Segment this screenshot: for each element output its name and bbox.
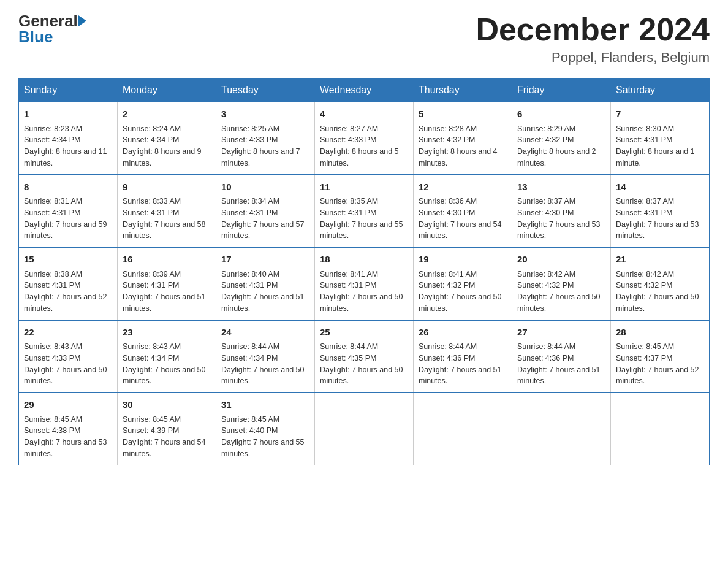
- day-number: 2: [123, 107, 211, 121]
- day-info: Sunrise: 8:34 AMSunset: 4:31 PMDaylight:…: [221, 196, 309, 242]
- calendar-week-2: 8Sunrise: 8:31 AMSunset: 4:31 PMDaylight…: [19, 175, 710, 248]
- calendar-cell: 20Sunrise: 8:42 AMSunset: 4:32 PMDayligh…: [512, 247, 611, 320]
- day-info: Sunrise: 8:43 AMSunset: 4:34 PMDaylight:…: [123, 341, 211, 387]
- title-area: December 2024 Poppel, Flanders, Belgium: [476, 12, 710, 66]
- day-info: Sunrise: 8:35 AMSunset: 4:31 PMDaylight:…: [320, 196, 408, 242]
- day-info: Sunrise: 8:45 AMSunset: 4:37 PMDaylight:…: [616, 341, 704, 387]
- day-number: 26: [419, 326, 507, 340]
- calendar-cell: 7Sunrise: 8:30 AMSunset: 4:31 PMDaylight…: [611, 102, 710, 175]
- calendar-cell: 27Sunrise: 8:44 AMSunset: 4:36 PMDayligh…: [512, 320, 611, 393]
- calendar-cell: 4Sunrise: 8:27 AMSunset: 4:33 PMDaylight…: [315, 102, 414, 175]
- header-row: Sunday Monday Tuesday Wednesday Thursday…: [19, 79, 710, 102]
- day-number: 7: [616, 107, 704, 121]
- day-number: 3: [221, 107, 309, 121]
- calendar-cell: 3Sunrise: 8:25 AMSunset: 4:33 PMDaylight…: [216, 102, 315, 175]
- calendar-week-3: 15Sunrise: 8:38 AMSunset: 4:31 PMDayligh…: [19, 247, 710, 320]
- day-info: Sunrise: 8:42 AMSunset: 4:32 PMDaylight:…: [616, 269, 704, 315]
- day-number: 9: [123, 180, 211, 194]
- day-number: 10: [221, 180, 309, 194]
- day-number: 4: [320, 107, 408, 121]
- day-info: Sunrise: 8:42 AMSunset: 4:32 PMDaylight:…: [517, 269, 605, 315]
- day-info: Sunrise: 8:45 AMSunset: 4:39 PMDaylight:…: [123, 414, 211, 460]
- calendar-cell: 10Sunrise: 8:34 AMSunset: 4:31 PMDayligh…: [216, 175, 315, 248]
- day-number: 24: [221, 326, 309, 340]
- calendar-week-5: 29Sunrise: 8:45 AMSunset: 4:38 PMDayligh…: [19, 393, 710, 465]
- location-subtitle: Poppel, Flanders, Belgium: [476, 50, 710, 66]
- calendar-cell: 2Sunrise: 8:24 AMSunset: 4:34 PMDaylight…: [118, 102, 216, 175]
- day-info: Sunrise: 8:41 AMSunset: 4:31 PMDaylight:…: [320, 269, 408, 315]
- day-number: 12: [419, 180, 507, 194]
- calendar-cell: 9Sunrise: 8:33 AMSunset: 4:31 PMDaylight…: [118, 175, 216, 248]
- col-thursday: Thursday: [414, 79, 512, 102]
- day-number: 20: [517, 253, 605, 267]
- day-number: 23: [123, 326, 211, 340]
- day-info: Sunrise: 8:23 AMSunset: 4:34 PMDaylight:…: [24, 123, 112, 169]
- day-number: 13: [517, 180, 605, 194]
- calendar-cell: 31Sunrise: 8:45 AMSunset: 4:40 PMDayligh…: [216, 393, 315, 465]
- calendar-cell: 11Sunrise: 8:35 AMSunset: 4:31 PMDayligh…: [315, 175, 414, 248]
- day-number: 18: [320, 253, 408, 267]
- calendar-cell: 23Sunrise: 8:43 AMSunset: 4:34 PMDayligh…: [118, 320, 216, 393]
- col-tuesday: Tuesday: [216, 79, 315, 102]
- day-info: Sunrise: 8:36 AMSunset: 4:30 PMDaylight:…: [419, 196, 507, 242]
- day-number: 16: [123, 253, 211, 267]
- logo-arrow-icon: [78, 15, 86, 26]
- day-number: 11: [320, 180, 408, 194]
- calendar-cell: 5Sunrise: 8:28 AMSunset: 4:32 PMDaylight…: [414, 102, 512, 175]
- day-number: 27: [517, 326, 605, 340]
- day-info: Sunrise: 8:30 AMSunset: 4:31 PMDaylight:…: [616, 123, 704, 169]
- calendar-cell: [315, 393, 414, 465]
- calendar-cell: 19Sunrise: 8:41 AMSunset: 4:32 PMDayligh…: [414, 247, 512, 320]
- day-number: 15: [24, 253, 112, 267]
- day-info: Sunrise: 8:25 AMSunset: 4:33 PMDaylight:…: [221, 123, 309, 169]
- day-info: Sunrise: 8:43 AMSunset: 4:33 PMDaylight:…: [24, 341, 112, 387]
- calendar-cell: [512, 393, 611, 465]
- header: General Blue December 2024 Poppel, Fland…: [18, 12, 710, 66]
- calendar-header: Sunday Monday Tuesday Wednesday Thursday…: [19, 79, 710, 102]
- calendar-cell: 22Sunrise: 8:43 AMSunset: 4:33 PMDayligh…: [19, 320, 118, 393]
- calendar-body: 1Sunrise: 8:23 AMSunset: 4:34 PMDaylight…: [19, 102, 710, 465]
- day-info: Sunrise: 8:39 AMSunset: 4:31 PMDaylight:…: [123, 269, 211, 315]
- calendar-cell: 21Sunrise: 8:42 AMSunset: 4:32 PMDayligh…: [611, 247, 710, 320]
- day-info: Sunrise: 8:44 AMSunset: 4:34 PMDaylight:…: [221, 341, 309, 387]
- day-info: Sunrise: 8:37 AMSunset: 4:31 PMDaylight:…: [616, 196, 704, 242]
- calendar-cell: 1Sunrise: 8:23 AMSunset: 4:34 PMDaylight…: [19, 102, 118, 175]
- calendar-cell: 26Sunrise: 8:44 AMSunset: 4:36 PMDayligh…: [414, 320, 512, 393]
- day-number: 19: [419, 253, 507, 267]
- col-wednesday: Wednesday: [315, 79, 414, 102]
- day-info: Sunrise: 8:44 AMSunset: 4:35 PMDaylight:…: [320, 341, 408, 387]
- calendar-cell: 13Sunrise: 8:37 AMSunset: 4:30 PMDayligh…: [512, 175, 611, 248]
- calendar-cell: 29Sunrise: 8:45 AMSunset: 4:38 PMDayligh…: [19, 393, 118, 465]
- day-info: Sunrise: 8:28 AMSunset: 4:32 PMDaylight:…: [419, 123, 507, 169]
- day-info: Sunrise: 8:44 AMSunset: 4:36 PMDaylight:…: [419, 341, 507, 387]
- day-number: 17: [221, 253, 309, 267]
- day-info: Sunrise: 8:31 AMSunset: 4:31 PMDaylight:…: [24, 196, 112, 242]
- calendar-cell: 30Sunrise: 8:45 AMSunset: 4:39 PMDayligh…: [118, 393, 216, 465]
- day-number: 28: [616, 326, 704, 340]
- day-info: Sunrise: 8:24 AMSunset: 4:34 PMDaylight:…: [123, 123, 211, 169]
- day-info: Sunrise: 8:45 AMSunset: 4:40 PMDaylight:…: [221, 414, 309, 460]
- calendar-cell: 25Sunrise: 8:44 AMSunset: 4:35 PMDayligh…: [315, 320, 414, 393]
- calendar-cell: 6Sunrise: 8:29 AMSunset: 4:32 PMDaylight…: [512, 102, 611, 175]
- col-saturday: Saturday: [611, 79, 710, 102]
- day-info: Sunrise: 8:44 AMSunset: 4:36 PMDaylight:…: [517, 341, 605, 387]
- calendar-cell: [414, 393, 512, 465]
- day-number: 21: [616, 253, 704, 267]
- col-sunday: Sunday: [19, 79, 118, 102]
- day-number: 29: [24, 398, 112, 412]
- day-number: 31: [221, 398, 309, 412]
- day-number: 22: [24, 326, 112, 340]
- calendar-cell: [611, 393, 710, 465]
- day-number: 5: [419, 107, 507, 121]
- day-info: Sunrise: 8:41 AMSunset: 4:32 PMDaylight:…: [419, 269, 507, 315]
- day-info: Sunrise: 8:27 AMSunset: 4:33 PMDaylight:…: [320, 123, 408, 169]
- col-friday: Friday: [512, 79, 611, 102]
- day-info: Sunrise: 8:45 AMSunset: 4:38 PMDaylight:…: [24, 414, 112, 460]
- logo-blue: Blue: [18, 28, 53, 46]
- calendar-cell: 14Sunrise: 8:37 AMSunset: 4:31 PMDayligh…: [611, 175, 710, 248]
- day-number: 1: [24, 107, 112, 121]
- day-number: 25: [320, 326, 408, 340]
- calendar-cell: 15Sunrise: 8:38 AMSunset: 4:31 PMDayligh…: [19, 247, 118, 320]
- day-number: 6: [517, 107, 605, 121]
- day-number: 8: [24, 180, 112, 194]
